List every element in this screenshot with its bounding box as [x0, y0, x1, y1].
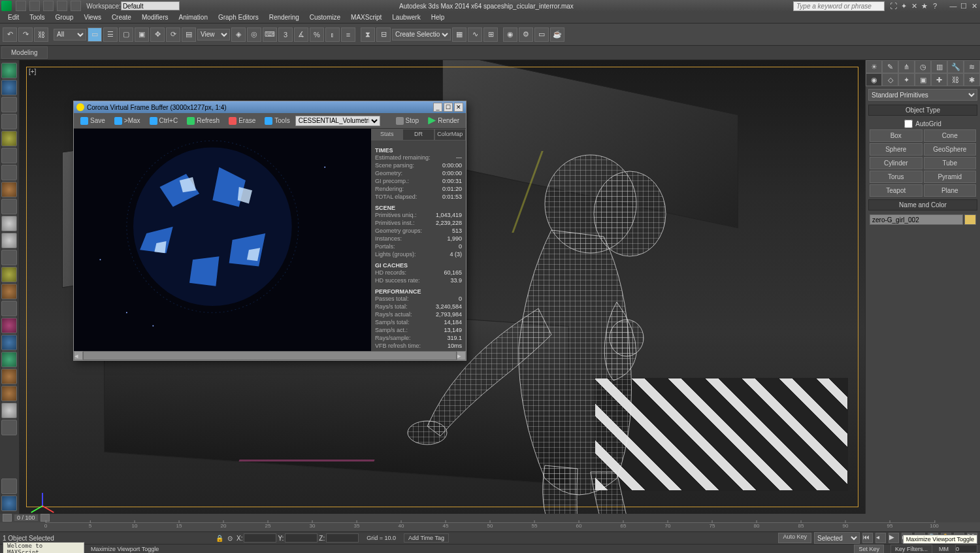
- vfb-stop-button[interactable]: Stop: [392, 116, 423, 126]
- viewport-label[interactable]: [+]: [29, 68, 36, 75]
- lt-sun-icon[interactable]: [1, 267, 17, 282]
- addtimetag-button[interactable]: Add Time Tag: [404, 533, 449, 543]
- create-systems-icon[interactable]: ✱: [964, 73, 980, 86]
- lt-cone-icon[interactable]: [1, 250, 17, 265]
- coord-x-input[interactable]: [244, 533, 276, 543]
- vfb-render-view[interactable]: [74, 129, 371, 351]
- infocenter-icon[interactable]: ⛶: [889, 1, 898, 10]
- favorites-icon[interactable]: ★: [920, 1, 929, 10]
- panel-extra-icon[interactable]: ≋: [964, 60, 980, 73]
- lt-icon-11[interactable]: [1, 233, 17, 248]
- lt-glow-icon[interactable]: [1, 284, 17, 299]
- move-icon[interactable]: ✥: [150, 27, 165, 42]
- panel-display-icon[interactable]: ▥: [931, 60, 947, 73]
- ref-coord-select[interactable]: View: [197, 29, 230, 41]
- track-next-icon[interactable]: [41, 514, 50, 522]
- create-shapes-icon[interactable]: ◇: [882, 73, 898, 86]
- lt-grid-icon[interactable]: [1, 80, 17, 95]
- menu-create[interactable]: Create: [106, 14, 137, 21]
- qat-redo-icon[interactable]: [71, 1, 81, 11]
- pivot-center-icon[interactable]: ◈: [231, 27, 246, 42]
- menu-grapheditors[interactable]: Graph Editors: [213, 14, 264, 21]
- play-icon[interactable]: ▶: [889, 533, 899, 543]
- panel-hierarchy-icon[interactable]: ⋔: [898, 60, 915, 73]
- mirror-icon[interactable]: ⧗: [361, 27, 375, 42]
- vfb-render-button[interactable]: Render: [424, 116, 463, 126]
- timeline-ruler[interactable]: 0510152025303540455055606570758085909510…: [0, 522, 980, 531]
- lt-hand-icon[interactable]: [1, 369, 17, 384]
- maximize-icon[interactable]: ☐: [959, 1, 968, 10]
- menu-laubwerk[interactable]: Laubwerk: [387, 14, 425, 21]
- vfb-tools-button[interactable]: Tools: [261, 116, 293, 126]
- rollout-object-type[interactable]: Object Type: [868, 105, 977, 116]
- prev-frame-icon[interactable]: ◂: [875, 533, 886, 543]
- close-icon[interactable]: ✕: [970, 1, 979, 10]
- vfb-erase-button[interactable]: Erase: [225, 116, 259, 126]
- render-prod-icon[interactable]: ☕: [550, 27, 564, 42]
- prim-plane[interactable]: Plane: [924, 184, 977, 197]
- lt-pin-icon[interactable]: [1, 318, 17, 333]
- panel-utilities-icon[interactable]: 🔧: [947, 60, 964, 73]
- prim-box[interactable]: Box: [870, 129, 923, 142]
- lt-cyl-icon[interactable]: [1, 97, 17, 112]
- setkey-button[interactable]: Set Key: [854, 545, 884, 554]
- object-color-swatch[interactable]: [964, 214, 976, 225]
- prim-tube[interactable]: Tube: [924, 157, 977, 169]
- menu-rendering[interactable]: Rendering: [264, 14, 304, 21]
- category-select[interactable]: Standard Primitives: [868, 89, 977, 101]
- rollout-name-color[interactable]: Name and Color: [868, 199, 977, 210]
- prim-cylinder[interactable]: Cylinder: [870, 157, 923, 169]
- schematic-view-icon[interactable]: ⊞: [483, 27, 498, 42]
- ribbon-tab-modeling[interactable]: Modeling: [1, 46, 48, 59]
- align-icon[interactable]: ⊟: [376, 27, 391, 42]
- help-search-input[interactable]: [793, 1, 885, 11]
- panel-motion-icon[interactable]: ◷: [915, 60, 931, 73]
- vfb-tomax-button[interactable]: >Max: [110, 116, 144, 126]
- menu-help[interactable]: Help: [426, 14, 450, 21]
- lt-ball-icon[interactable]: [1, 403, 17, 418]
- vfb-save-button[interactable]: Save: [76, 116, 109, 126]
- vfb-copy-button[interactable]: Ctrl+C: [146, 116, 182, 126]
- create-lights-icon[interactable]: ✦: [898, 73, 915, 86]
- create-spacewarps-icon[interactable]: ⛓: [947, 73, 964, 86]
- lt-axis-icon[interactable]: [1, 478, 17, 494]
- vfb-maximize-icon[interactable]: ☐: [444, 103, 453, 112]
- menu-maxscript[interactable]: MAXScript: [346, 14, 387, 21]
- snap-3d-icon[interactable]: 3: [278, 27, 293, 42]
- lt-spray-icon[interactable]: [1, 165, 17, 180]
- create-geometry-icon[interactable]: ◉: [866, 73, 882, 86]
- manipulate-icon[interactable]: ◎: [247, 27, 261, 42]
- lt-rock-icon[interactable]: [1, 335, 17, 350]
- qat-undo-icon[interactable]: [57, 1, 67, 11]
- render-setup-icon[interactable]: ⚙: [519, 27, 533, 42]
- track-prev-icon[interactable]: [3, 514, 12, 522]
- qat-open-icon[interactable]: [29, 1, 40, 11]
- create-helpers-icon[interactable]: ✚: [931, 73, 947, 86]
- lt-moon-icon[interactable]: [1, 148, 17, 163]
- named-sel-set-select[interactable]: Create Selection Se: [392, 29, 451, 41]
- lt-dragon-icon[interactable]: [1, 182, 17, 197]
- help-icon[interactable]: ?: [930, 1, 939, 10]
- minimize-icon[interactable]: —: [949, 1, 958, 10]
- spinner-snap-icon[interactable]: ⫾: [325, 27, 340, 42]
- vfb-tab-stats[interactable]: Stats: [371, 129, 402, 141]
- autogrid-checkbox[interactable]: [904, 120, 913, 128]
- prim-cone[interactable]: Cone: [924, 129, 977, 142]
- menu-modifiers[interactable]: Modifiers: [137, 14, 174, 21]
- link-icon[interactable]: ⛓: [34, 27, 48, 42]
- app-logo[interactable]: [1, 1, 12, 11]
- rotate-icon[interactable]: ⟳: [166, 27, 180, 42]
- window-crossing-icon[interactable]: ▣: [135, 27, 149, 42]
- keyboard-shortcut-icon[interactable]: ⌨: [263, 27, 277, 42]
- signin-icon[interactable]: ✦: [899, 1, 908, 10]
- prim-sphere[interactable]: Sphere: [870, 143, 923, 156]
- workspace-select[interactable]: [121, 1, 180, 10]
- isolate-icon[interactable]: ⊙: [227, 535, 233, 542]
- undo-icon[interactable]: ↶: [3, 27, 17, 42]
- lt-light-icon[interactable]: [1, 131, 17, 146]
- prim-torus[interactable]: Torus: [870, 171, 923, 183]
- edit-named-sel-icon[interactable]: ≡: [341, 27, 355, 42]
- vfb-pass-select[interactable]: CESSENTIAL_Volumetrics: [295, 116, 380, 126]
- menu-edit[interactable]: Edit: [3, 14, 24, 21]
- panel-modify-icon[interactable]: ✎: [882, 60, 898, 73]
